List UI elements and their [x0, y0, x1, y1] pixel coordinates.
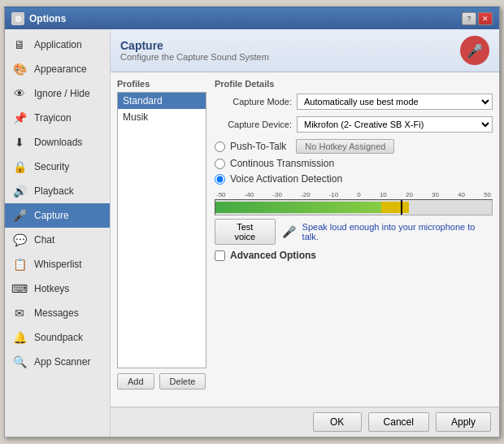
main-panel: Capture Configure the Capture Sound Syst…: [111, 29, 499, 437]
appearance-icon: 🎨: [11, 61, 28, 77]
sidebar-label-appearance: Appearance: [34, 63, 87, 75]
security-icon: 🔒: [11, 159, 28, 175]
footer: OK Cancel Apply: [111, 407, 499, 437]
sidebar-item-app-scanner[interactable]: 🔍 App Scanner: [5, 350, 110, 374]
sidebar-label-chat: Chat: [34, 234, 54, 246]
sidebar-item-appearance[interactable]: 🎨 Appearance: [5, 57, 110, 81]
sidebar-item-security[interactable]: 🔒 Security: [5, 155, 110, 179]
sidebar-label-playback: Playback: [34, 185, 74, 197]
mic-icon: 🎤: [282, 225, 296, 238]
sidebar-item-downloads[interactable]: ⬇ Downloads: [5, 130, 110, 155]
sidebar-label-hotkeys: Hotkeys: [34, 283, 69, 294]
capture-device-select[interactable]: Mikrofon (2- Creative SB X-Fi): [297, 116, 493, 133]
profiles-buttons: Add Delete: [117, 373, 206, 390]
push-to-talk-row: Push-To-Talk No Hotkey Assigned: [215, 139, 493, 154]
cancel-button[interactable]: Cancel: [368, 412, 429, 432]
app-scanner-icon: 🔍: [11, 354, 28, 370]
playback-icon: 🔊: [11, 183, 28, 199]
whisperlist-icon: 📋: [11, 256, 28, 272]
sidebar-item-chat[interactable]: 💬 Chat: [5, 228, 110, 252]
messages-icon: ✉: [11, 305, 28, 321]
ok-button[interactable]: OK: [313, 412, 362, 432]
continuous-radio[interactable]: [215, 159, 225, 169]
push-to-talk-label: Push-To-Talk: [230, 141, 286, 152]
capture-panel-icon: 🎤: [460, 36, 489, 65]
delete-profile-button[interactable]: Delete: [159, 373, 206, 390]
options-window: ⚙ Options ? ✕ 🖥 Application 🎨 Appearance…: [4, 7, 500, 437]
capture-device-label: Capture Device:: [215, 120, 292, 129]
apply-button[interactable]: Apply: [436, 412, 491, 432]
hotkey-button[interactable]: No Hotkey Assigned: [296, 139, 394, 154]
voice-activation-row: Voice Activation Detection: [215, 173, 493, 185]
panel-header: Capture Configure the Capture Sound Syst…: [111, 29, 499, 72]
meter-scale-labels: -50 -40 -30 -20 -10 0 10 20 30 40 50: [215, 191, 493, 198]
soundpack-icon: 🔔: [11, 329, 28, 346]
trayicon-icon: 📌: [11, 110, 28, 126]
capture-mode-select[interactable]: Automatically use best mode: [297, 94, 493, 110]
close-button[interactable]: ✕: [478, 12, 493, 25]
test-voice-row: Test voice 🎤 Speak loud enough into your…: [215, 219, 493, 245]
capture-mode-row: Capture Mode: Automatically use best mod…: [215, 94, 493, 110]
test-hint-text: Speak loud enough into your microphone t…: [302, 222, 493, 242]
content-area: 🖥 Application 🎨 Appearance 👁 Ignore / Hi…: [5, 29, 499, 437]
continuous-row: Continous Transmission: [215, 158, 493, 169]
sidebar-item-soundpack[interactable]: 🔔 Soundpack: [5, 325, 110, 350]
capture-device-row: Capture Device: Mikrofon (2- Creative SB…: [215, 116, 493, 133]
sidebar-item-capture[interactable]: 🎤 Capture: [5, 203, 110, 228]
panel-subtitle: Configure the Capture Sound System: [120, 52, 269, 62]
profile-details-label: Profile Details: [215, 79, 493, 89]
sidebar-item-application[interactable]: 🖥 Application: [5, 33, 110, 57]
panel-header-left: Capture Configure the Capture Sound Syst…: [120, 39, 269, 62]
downloads-icon: ⬇: [11, 134, 28, 150]
sidebar-item-hotkeys[interactable]: ⌨ Hotkeys: [5, 276, 110, 301]
test-voice-button[interactable]: Test voice: [215, 219, 276, 245]
sidebar-label-capture: Capture: [34, 210, 69, 221]
title-bar: ⚙ Options ? ✕: [5, 8, 499, 29]
sidebar-item-playback[interactable]: 🔊 Playback: [5, 179, 110, 203]
profiles-list[interactable]: Standard Musik: [117, 92, 206, 368]
advanced-options-label: Advanced Options: [230, 250, 316, 261]
profile-item-standard[interactable]: Standard: [118, 93, 206, 109]
advanced-options-row: Advanced Options: [215, 250, 493, 261]
continuous-label: Continous Transmission: [230, 158, 334, 169]
sidebar-label-messages: Messages: [34, 307, 79, 319]
add-profile-button[interactable]: Add: [117, 373, 154, 390]
sidebar-item-ignore-hide[interactable]: 👁 Ignore / Hide: [5, 81, 110, 106]
capture-icon: 🎤: [11, 207, 28, 224]
window-icon: ⚙: [11, 12, 24, 25]
chat-icon: 💬: [11, 232, 28, 248]
meter-bar-green: [215, 202, 381, 213]
voice-activation-label: Voice Activation Detection: [230, 173, 342, 185]
panel-body: Profiles Standard Musik Add Delete Profi…: [111, 72, 499, 407]
ignore-hide-icon: 👁: [11, 85, 28, 102]
hotkeys-icon: ⌨: [11, 281, 28, 297]
meter-marker: [401, 200, 402, 215]
radio-group: Push-To-Talk No Hotkey Assigned Continou…: [215, 139, 493, 185]
voice-activation-radio[interactable]: [215, 174, 225, 185]
sidebar: 🖥 Application 🎨 Appearance 👁 Ignore / Hi…: [5, 29, 111, 437]
capture-mode-label: Capture Mode:: [215, 97, 292, 107]
sidebar-item-whisperlist[interactable]: 📋 Whisperlist: [5, 252, 110, 276]
window-title: Options: [29, 13, 66, 24]
panel-title: Capture: [120, 39, 269, 52]
profiles-section: Profiles Standard Musik Add Delete: [117, 79, 206, 400]
profiles-label: Profiles: [117, 79, 206, 89]
sidebar-item-trayicon[interactable]: 📌 Trayicon: [5, 106, 110, 130]
advanced-options-checkbox[interactable]: [215, 250, 225, 261]
title-bar-controls: ? ✕: [462, 12, 493, 25]
sidebar-label-security: Security: [34, 161, 69, 172]
sidebar-label-app-scanner: App Scanner: [34, 356, 90, 368]
details-section: Profile Details Capture Mode: Automatica…: [215, 79, 493, 400]
sidebar-label-soundpack: Soundpack: [34, 332, 83, 343]
sidebar-label-ignore-hide: Ignore / Hide: [34, 88, 90, 99]
sidebar-label-trayicon: Trayicon: [34, 112, 72, 124]
sidebar-item-messages[interactable]: ✉ Messages: [5, 301, 110, 325]
title-bar-left: ⚙ Options: [11, 12, 66, 25]
meter-bar-yellow: [381, 202, 409, 213]
help-button[interactable]: ?: [462, 12, 476, 25]
sidebar-label-downloads: Downloads: [34, 137, 82, 148]
profile-item-musik[interactable]: Musik: [118, 109, 206, 125]
level-meter: [215, 199, 493, 215]
push-to-talk-radio[interactable]: [215, 141, 225, 152]
sidebar-label-whisperlist: Whisperlist: [34, 259, 82, 270]
